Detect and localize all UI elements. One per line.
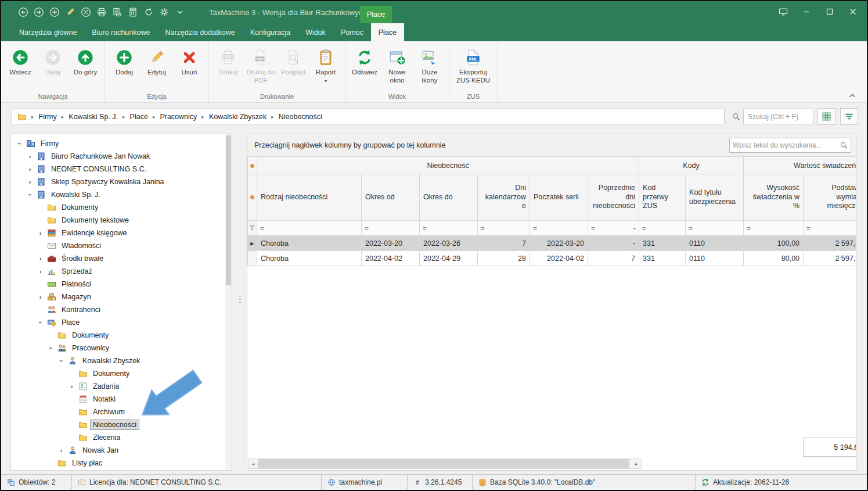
horizontal-scrollbar-thumb[interactable] — [258, 459, 629, 468]
tree-expander-icon[interactable]: › — [58, 357, 65, 365]
tree-expander-icon[interactable]: › — [37, 255, 44, 262]
breadcrumb-item-3[interactable]: Pracownicy — [160, 113, 197, 121]
tree-item-9[interactable]: ›Środki trwałe — [11, 252, 232, 265]
tree-item-25[interactable]: Listy płac — [11, 457, 232, 470]
tree-expander-icon[interactable]: › — [68, 383, 75, 390]
calculator-icon[interactable] — [127, 6, 139, 18]
titlebar-contextual-tab[interactable]: Płace — [360, 6, 392, 23]
settings-icon[interactable] — [159, 6, 170, 18]
breadcrumb-item-5[interactable]: Nieobecności — [279, 113, 322, 121]
column-header-1[interactable]: Okres od — [362, 174, 420, 221]
tree-item-11[interactable]: Płatności — [11, 278, 232, 291]
column-header-6[interactable]: Kod przerwy ZUS — [639, 174, 686, 221]
tree-scrollbar[interactable] — [225, 134, 232, 470]
column-band-1[interactable]: Kody — [639, 157, 744, 174]
tree-expander-icon[interactable]: › — [37, 230, 44, 236]
column-header-7[interactable]: Kod tytułu ubezpieczenia — [686, 174, 744, 221]
back-icon[interactable] — [17, 6, 29, 18]
column-header-5[interactable]: Poprzednie dni nieobecności — [588, 174, 639, 221]
dropdown-icon[interactable] — [174, 6, 186, 18]
filter-cell-3[interactable]: = — [478, 221, 530, 236]
search-icon[interactable] — [840, 141, 848, 149]
ribbon-tab-2[interactable]: Narzędzia dodatkowe — [157, 23, 242, 41]
minimize-icon[interactable] — [796, 3, 817, 20]
ribbon-button-big-icons[interactable]: Duże ikony — [414, 49, 445, 84]
column-header-0[interactable]: Rodzaj nieobecności — [257, 174, 362, 221]
ribbon-tab-3[interactable]: Konfiguracja — [243, 23, 298, 41]
print-icon[interactable] — [96, 6, 107, 18]
equals-operator-icon[interactable]: = — [533, 225, 537, 232]
column-header-2[interactable]: Okres do — [420, 174, 478, 221]
close-icon[interactable] — [842, 3, 863, 20]
equals-operator-icon[interactable]: = — [689, 225, 693, 232]
grid-view-button[interactable] — [817, 108, 835, 125]
scroll-left-icon[interactable]: ◄ — [248, 459, 258, 468]
ribbon-button-xml[interactable]: XML Eksportuj ZUS KEDU — [453, 49, 494, 84]
column-header-8[interactable]: Wysokość świadczenia w % — [744, 174, 804, 221]
tree-item-21[interactable]: Archiwum — [11, 406, 232, 418]
tree-expander-icon[interactable]: › — [26, 178, 34, 185]
tree-item-16[interactable]: ›Pracownicy — [11, 342, 232, 354]
forward-icon[interactable] — [33, 6, 45, 18]
ribbon-button-report[interactable]: Raport ▾ — [310, 49, 341, 84]
equals-operator-icon[interactable]: = — [260, 225, 264, 232]
column-band-2[interactable]: Wartość świadczeń — [744, 157, 856, 174]
ribbon-tab-0[interactable]: Narzędzia główne — [12, 23, 84, 41]
tree-item-18[interactable]: Dokumenty — [11, 367, 232, 380]
delete-icon[interactable] — [80, 6, 92, 18]
ribbon-tab-5[interactable]: Pomoc — [333, 23, 371, 41]
column-header-9[interactable]: Podstawa wymiaru miesięczna — [804, 174, 856, 221]
tree-item-8[interactable]: Wiadomości — [11, 239, 232, 252]
ribbon-tab-4[interactable]: Widok — [298, 23, 333, 41]
ribbon-button-nav-up[interactable]: Do góry — [70, 49, 101, 77]
tree-item-26[interactable] — [11, 470, 232, 471]
display-icon[interactable] — [773, 3, 794, 20]
filter-cell-2[interactable]: = — [420, 221, 478, 236]
filter-cell-8[interactable]: = — [744, 221, 804, 236]
tree-item-12[interactable]: ›Magazyn — [11, 291, 232, 303]
tree-scrollbar-thumb[interactable] — [226, 135, 231, 285]
breadcrumb-item-1[interactable]: Kowalski Sp. J. — [69, 113, 118, 121]
ribbon-button-new-window[interactable]: Nowe okno — [381, 49, 413, 84]
ribbon-tab-6[interactable]: Płace — [371, 23, 404, 41]
tree-item-13[interactable]: Kontrahenci — [11, 303, 232, 316]
tree-item-10[interactable]: ›Sprzedaż — [11, 265, 232, 278]
tree-expander-icon[interactable]: › — [37, 268, 44, 275]
tree-item-19[interactable]: ›Zadania — [11, 380, 232, 393]
grid-search-input[interactable] — [733, 141, 840, 149]
tree-item-14[interactable]: ›Płace — [11, 316, 232, 329]
filter-indicator-cell[interactable] — [248, 221, 257, 236]
tree-item-22[interactable]: Nieobecności — [11, 418, 232, 431]
column-header-3[interactable]: Dni kalendarzowe — [478, 174, 530, 221]
tree-expander-icon[interactable]: › — [37, 319, 44, 327]
tree-expander-icon[interactable]: › — [26, 153, 34, 160]
equals-operator-icon[interactable]: = — [642, 225, 646, 232]
tree-expander-icon[interactable]: › — [16, 140, 23, 148]
maximize-icon[interactable] — [819, 3, 840, 20]
tree-item-6[interactable]: Dokumenty tekstowe — [11, 214, 232, 227]
tree-expander-icon[interactable]: › — [37, 293, 44, 300]
edit-icon[interactable] — [64, 6, 76, 18]
equals-operator-icon[interactable]: = — [806, 225, 811, 232]
filter-cell-9[interactable]: = — [804, 221, 856, 236]
ribbon-button-delete[interactable]: Usuń — [174, 49, 205, 77]
filter-button[interactable] — [840, 108, 858, 125]
breadcrumb-item-2[interactable]: Płace — [130, 113, 148, 121]
column-header-4[interactable]: Poczatek serii — [530, 174, 588, 221]
global-search-input[interactable] — [743, 109, 813, 124]
tree-expander-icon[interactable]: › — [57, 447, 65, 454]
filter-cell-6[interactable]: = — [639, 221, 686, 236]
tree-item-7[interactable]: ›Ewidencje księgowe — [11, 227, 232, 239]
ribbon-collapse-button[interactable] — [848, 91, 858, 99]
tree-item-20[interactable]: Notatki — [11, 393, 232, 406]
ribbon-button-add[interactable]: Dodaj — [109, 49, 140, 77]
tree-item-5[interactable]: Dokumenty — [11, 201, 232, 214]
column-band-0[interactable]: Nieobecność — [257, 157, 639, 174]
tree-item-15[interactable]: Dokumenty — [11, 329, 232, 342]
tree-item-3[interactable]: ›Sklep Spożywczy Kowalska Janina — [11, 175, 232, 188]
filter-cell-5[interactable]: =- — [588, 221, 639, 236]
tree-expander-icon[interactable]: › — [26, 166, 34, 173]
table-row-0[interactable]: ▸Choroba2022-03-202022-03-2672022-03-20-… — [248, 236, 857, 251]
tree-item-1[interactable]: ›Biuro Rachunkowe Jan Nowak — [11, 150, 232, 163]
breadcrumb-item-0[interactable]: Firmy — [39, 113, 57, 121]
